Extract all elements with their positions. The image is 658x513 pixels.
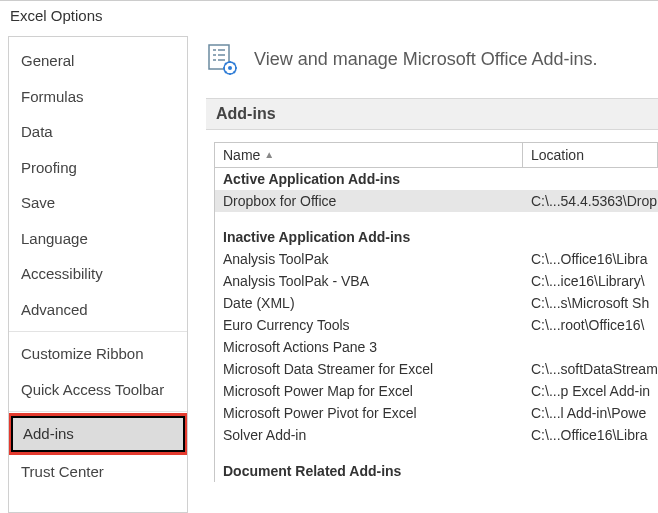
table-group-label: Inactive Application Add-ins bbox=[215, 226, 658, 248]
column-header-location-label: Location bbox=[531, 147, 584, 163]
sidebar-item-label: Accessibility bbox=[21, 265, 103, 282]
table-row[interactable]: Microsoft Actions Pane 3 bbox=[215, 336, 658, 358]
sidebar-item-save[interactable]: Save bbox=[9, 185, 187, 221]
sidebar-item-advanced[interactable]: Advanced bbox=[9, 292, 187, 328]
cell-name: Dropbox for Office bbox=[215, 192, 523, 210]
window-title: Excel Options bbox=[0, 1, 658, 32]
cell-location: C:\...54.4.5363\Drop bbox=[523, 192, 658, 210]
cell-location: C:\...l Add-in\Powe bbox=[523, 404, 658, 422]
sidebar-item-quick-access-toolbar[interactable]: Quick Access Toolbar bbox=[9, 372, 187, 408]
sidebar-item-label: General bbox=[21, 52, 74, 69]
sidebar-item-label: Trust Center bbox=[21, 463, 104, 480]
table-group-gap bbox=[215, 212, 658, 226]
table-header-row: Name ▲ Location bbox=[215, 143, 658, 168]
content-header: View and manage Microsoft Office Add-ins… bbox=[206, 42, 658, 76]
column-header-name[interactable]: Name ▲ bbox=[215, 143, 523, 167]
content-header-text: View and manage Microsoft Office Add-ins… bbox=[254, 49, 598, 70]
column-header-location[interactable]: Location bbox=[523, 143, 658, 167]
sidebar-item-label: Save bbox=[21, 194, 55, 211]
sidebar-item-trust-center[interactable]: Trust Center bbox=[9, 454, 187, 490]
cell-location bbox=[523, 338, 658, 356]
cell-location: C:\...s\Microsoft Sh bbox=[523, 294, 658, 312]
sidebar-item-accessibility[interactable]: Accessibility bbox=[9, 256, 187, 292]
cell-name: Analysis ToolPak bbox=[215, 250, 523, 268]
svg-line-16 bbox=[225, 72, 227, 74]
cell-location: C:\...root\Office16\ bbox=[523, 316, 658, 334]
svg-point-8 bbox=[228, 66, 232, 70]
table-group-label: Document Related Add-ins bbox=[215, 460, 658, 482]
table-row[interactable]: Dropbox for OfficeC:\...54.4.5363\Drop bbox=[215, 190, 658, 212]
excel-options-window: Excel Options GeneralFormulasDataProofin… bbox=[0, 0, 658, 513]
cell-name: Microsoft Power Map for Excel bbox=[215, 382, 523, 400]
sidebar-item-general[interactable]: General bbox=[9, 43, 187, 79]
cell-location: C:\...softDataStream bbox=[523, 360, 658, 378]
sidebar-separator bbox=[9, 411, 187, 412]
sidebar-item-label: Quick Access Toolbar bbox=[21, 381, 164, 398]
cell-name: Euro Currency Tools bbox=[215, 316, 523, 334]
cell-name: Solver Add-in bbox=[215, 426, 523, 444]
sidebar-item-label: Add-ins bbox=[23, 425, 74, 442]
sidebar-item-add-ins[interactable]: Add-ins bbox=[11, 416, 185, 452]
svg-line-15 bbox=[234, 63, 236, 65]
cell-name: Microsoft Actions Pane 3 bbox=[215, 338, 523, 356]
addins-page-icon bbox=[206, 42, 240, 76]
sidebar-item-label: Advanced bbox=[21, 301, 88, 318]
addins-table: Name ▲ Location Active Application Add-i… bbox=[214, 142, 658, 482]
table-row[interactable]: Microsoft Power Pivot for ExcelC:\...l A… bbox=[215, 402, 658, 424]
sidebar-item-label: Proofing bbox=[21, 159, 77, 176]
table-body: Active Application Add-insDropbox for Of… bbox=[215, 168, 658, 482]
table-row[interactable]: Analysis ToolPakC:\...Office16\Libra bbox=[215, 248, 658, 270]
sidebar-item-data[interactable]: Data bbox=[9, 114, 187, 150]
section-heading-addins: Add-ins bbox=[206, 98, 658, 130]
sidebar-item-label: Language bbox=[21, 230, 88, 247]
content-pane: View and manage Microsoft Office Add-ins… bbox=[188, 32, 658, 513]
table-group-gap bbox=[215, 446, 658, 460]
cell-location: C:\...ice16\Library\ bbox=[523, 272, 658, 290]
cell-name: Microsoft Power Pivot for Excel bbox=[215, 404, 523, 422]
svg-line-13 bbox=[225, 63, 227, 65]
column-header-name-label: Name bbox=[223, 147, 260, 163]
sidebar-item-label: Customize Ribbon bbox=[21, 345, 144, 362]
cell-name: Microsoft Data Streamer for Excel bbox=[215, 360, 523, 378]
table-group-label: Active Application Add-ins bbox=[215, 168, 658, 190]
sidebar-item-formulas[interactable]: Formulas bbox=[9, 79, 187, 115]
cell-name: Date (XML) bbox=[215, 294, 523, 312]
sidebar-item-proofing[interactable]: Proofing bbox=[9, 150, 187, 186]
table-row[interactable]: Microsoft Power Map for ExcelC:\...p Exc… bbox=[215, 380, 658, 402]
sidebar: GeneralFormulasDataProofingSaveLanguageA… bbox=[8, 36, 188, 513]
cell-name: Analysis ToolPak - VBA bbox=[215, 272, 523, 290]
sidebar-separator bbox=[9, 331, 187, 332]
table-row[interactable]: Solver Add-inC:\...Office16\Libra bbox=[215, 424, 658, 446]
cell-location: C:\...Office16\Libra bbox=[523, 426, 658, 444]
sort-ascending-icon: ▲ bbox=[264, 150, 274, 160]
table-row[interactable]: Analysis ToolPak - VBAC:\...ice16\Librar… bbox=[215, 270, 658, 292]
cell-location: C:\...Office16\Libra bbox=[523, 250, 658, 268]
cell-location: C:\...p Excel Add-in bbox=[523, 382, 658, 400]
sidebar-item-label: Data bbox=[21, 123, 53, 140]
table-row[interactable]: Date (XML)C:\...s\Microsoft Sh bbox=[215, 292, 658, 314]
table-row[interactable]: Microsoft Data Streamer for ExcelC:\...s… bbox=[215, 358, 658, 380]
window-body: GeneralFormulasDataProofingSaveLanguageA… bbox=[0, 32, 658, 513]
sidebar-item-language[interactable]: Language bbox=[9, 221, 187, 257]
svg-line-14 bbox=[234, 72, 236, 74]
table-row[interactable]: Euro Currency ToolsC:\...root\Office16\ bbox=[215, 314, 658, 336]
sidebar-item-customize-ribbon[interactable]: Customize Ribbon bbox=[9, 336, 187, 372]
sidebar-item-label: Formulas bbox=[21, 88, 84, 105]
